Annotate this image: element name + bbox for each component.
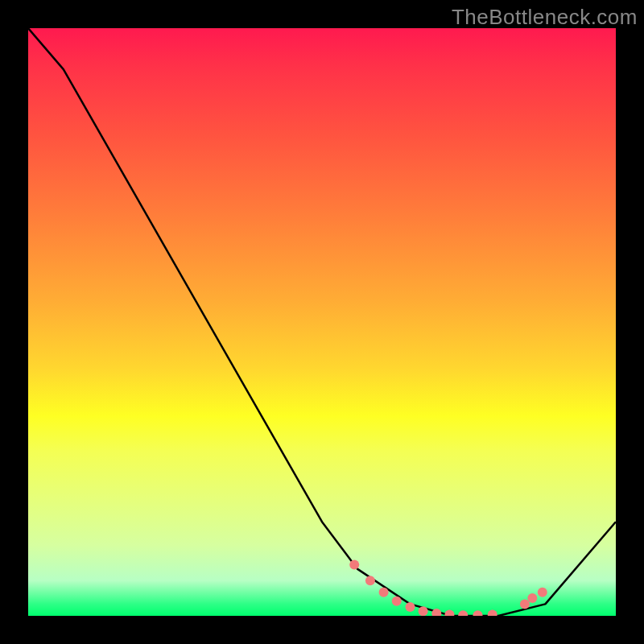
data-marker [458, 610, 468, 616]
bottleneck-line [28, 28, 616, 616]
data-marker [379, 588, 389, 597]
data-marker [406, 602, 415, 612]
data-marker [473, 610, 483, 616]
data-marker [349, 560, 359, 570]
data-marker [527, 593, 537, 603]
bottleneck-curve [28, 28, 616, 616]
chart-stage: TheBottleneck.com [0, 0, 644, 644]
data-marker [538, 588, 547, 597]
data-marker [520, 599, 530, 609]
watermark-text: TheBottleneck.com [452, 5, 638, 30]
data-marker [392, 597, 402, 606]
plot-area [28, 28, 616, 616]
data-marker [365, 576, 375, 585]
data-marker [419, 606, 428, 616]
data-marker [488, 610, 497, 617]
data-marker [444, 610, 454, 617]
